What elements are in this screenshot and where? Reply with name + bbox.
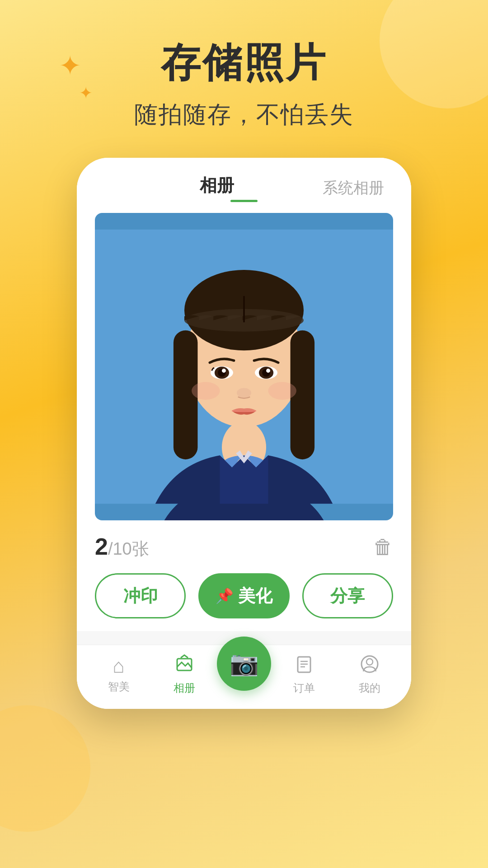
app-header: 相册 系统相册 — [77, 158, 411, 213]
photo-counter-row: 2/10张 🗑 — [95, 533, 393, 561]
nav-item-album[interactable]: 相册 — [151, 654, 217, 695]
pin-icon: 📌 — [216, 587, 234, 604]
svg-point-23 — [268, 382, 296, 400]
beautify-button[interactable]: 📌 美化 — [198, 573, 289, 618]
nav-label-album: 相册 — [174, 681, 195, 695]
photo-frame — [95, 213, 393, 520]
nav-label-mine: 我的 — [359, 681, 380, 695]
svg-point-22 — [192, 382, 220, 400]
delete-icon[interactable]: 🗑 — [373, 536, 393, 558]
album-icon — [174, 654, 194, 677]
bottom-controls: 2/10张 🗑 冲印 📌 美化 分享 — [77, 520, 411, 631]
photo-container — [77, 213, 411, 520]
nav-item-zhimei[interactable]: ⌂ 智美 — [86, 656, 151, 694]
camera-button[interactable]: 📷 — [217, 637, 271, 691]
tab-system[interactable]: 系统相册 — [323, 178, 384, 198]
sub-title: 随拍随存，不怕丢失 — [134, 99, 354, 131]
svg-point-20 — [266, 368, 270, 373]
bottom-nav: ⌂ 智美 相册 📷 — [77, 645, 411, 709]
action-buttons: 冲印 📌 美化 分享 — [95, 573, 393, 618]
nav-label-orders: 订单 — [293, 681, 315, 695]
print-button[interactable]: 冲印 — [95, 573, 186, 618]
share-button[interactable]: 分享 — [302, 573, 393, 618]
nav-label-zhimei: 智美 — [108, 679, 130, 694]
main-title: 存储照片 — [161, 36, 327, 90]
nav-item-orders[interactable]: 订单 — [271, 654, 337, 695]
camera-icon: 📷 — [230, 650, 259, 677]
svg-point-30 — [366, 659, 373, 665]
bg-blob-bottom-left — [0, 705, 90, 832]
orders-icon — [294, 654, 314, 677]
tab-album-underline — [230, 200, 258, 202]
profile-icon — [360, 654, 380, 677]
svg-point-16 — [222, 368, 226, 373]
photo-counter: 2/10张 — [95, 533, 149, 561]
phone-mockup: 相册 系统相册 — [77, 158, 411, 709]
tab-album[interactable]: 相册 — [200, 174, 288, 202]
svg-point-21 — [237, 388, 251, 397]
home-icon: ⌂ — [113, 656, 125, 676]
nav-item-mine[interactable]: 我的 — [337, 654, 402, 695]
person-photo — [95, 213, 393, 520]
